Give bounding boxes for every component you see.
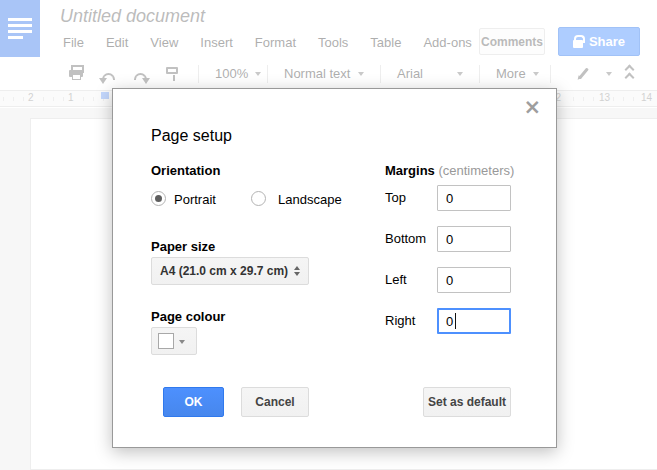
paper-size-value: A4 (21.0 cm x 29.7 cm) bbox=[160, 264, 288, 278]
colour-swatch bbox=[158, 333, 174, 349]
margin-top-label: Top bbox=[385, 190, 406, 205]
radio-portrait[interactable] bbox=[151, 191, 166, 206]
margin-top-input[interactable] bbox=[437, 185, 511, 211]
margin-left-input[interactable] bbox=[437, 267, 511, 293]
ok-button[interactable]: OK bbox=[163, 387, 224, 417]
cancel-button[interactable]: Cancel bbox=[241, 387, 309, 417]
dialog-title: Page setup bbox=[151, 127, 232, 145]
margin-right-input[interactable] bbox=[437, 308, 511, 334]
paper-size-label: Paper size bbox=[151, 239, 215, 254]
set-as-default-button[interactable]: Set as default bbox=[423, 387, 511, 417]
updown-arrows-icon bbox=[294, 263, 300, 279]
margin-right-label: Right bbox=[385, 313, 415, 328]
text-cursor bbox=[455, 313, 456, 329]
orientation-label: Orientation bbox=[151, 163, 220, 178]
margin-bottom-input[interactable] bbox=[437, 226, 511, 252]
page-setup-dialog: Page setup × Orientation Portrait Landsc… bbox=[112, 88, 557, 448]
margin-bottom-label: Bottom bbox=[385, 231, 426, 246]
radio-landscape-label[interactable]: Landscape bbox=[278, 192, 342, 207]
close-icon[interactable]: × bbox=[523, 97, 541, 118]
margin-left-label: Left bbox=[385, 272, 407, 287]
radio-portrait-label[interactable]: Portrait bbox=[174, 192, 216, 207]
page-colour-dropdown[interactable] bbox=[151, 327, 197, 355]
margins-unit-note: (centimeters) bbox=[438, 163, 514, 178]
paper-size-dropdown[interactable]: A4 (21.0 cm x 29.7 cm) bbox=[151, 257, 309, 285]
page-colour-label: Page colour bbox=[151, 309, 225, 324]
margins-label: Margins (centimeters) bbox=[385, 163, 514, 178]
chevron-down-icon bbox=[179, 340, 185, 347]
radio-landscape[interactable] bbox=[251, 191, 266, 206]
